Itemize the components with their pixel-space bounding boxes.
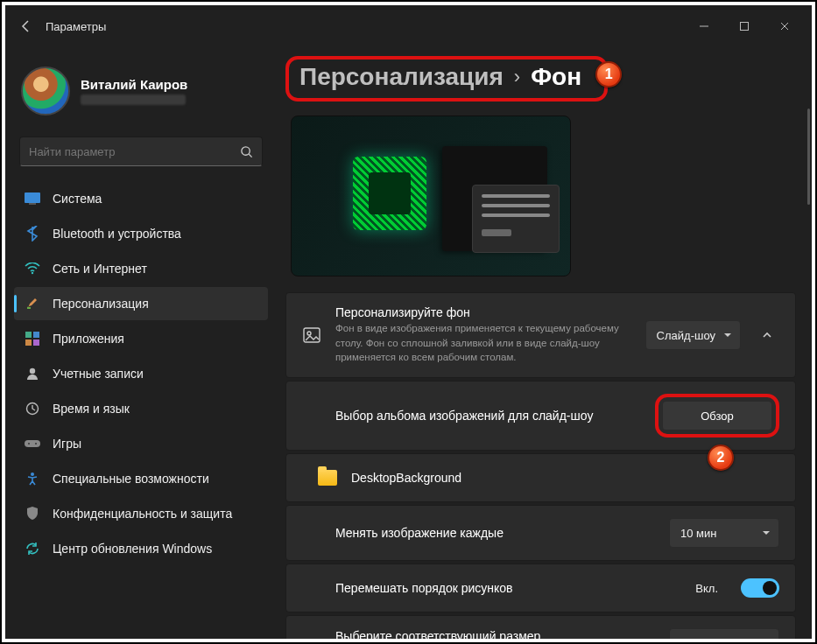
close-button[interactable] xyxy=(764,12,805,40)
expand-button[interactable] xyxy=(755,329,779,341)
minimize-button[interactable] xyxy=(684,12,724,40)
scrollbar[interactable] xyxy=(807,108,810,205)
back-button[interactable] xyxy=(12,12,40,40)
svg-rect-8 xyxy=(25,340,32,346)
chevron-right-icon: › xyxy=(514,66,520,88)
nav-label: Приложения xyxy=(53,332,124,346)
folder-name: DesktopBackground xyxy=(351,471,779,485)
fit-select[interactable]: Заполнение xyxy=(669,628,779,639)
search-field[interactable] xyxy=(29,145,240,158)
nav-privacy[interactable]: Конфиденциальность и защита xyxy=(14,497,268,530)
row-interval: Менять изображение каждые 10 мин xyxy=(285,505,796,561)
brush-icon xyxy=(25,296,40,312)
picture-icon xyxy=(302,327,321,343)
update-icon xyxy=(25,541,40,556)
accessibility-icon xyxy=(25,471,40,486)
nav-bluetooth[interactable]: Bluetooth и устройства xyxy=(14,217,268,250)
interval-select[interactable]: 10 мин xyxy=(669,518,779,548)
svg-rect-0 xyxy=(741,23,749,31)
svg-rect-7 xyxy=(33,332,39,338)
person-icon xyxy=(25,366,40,382)
bluetooth-icon xyxy=(25,226,40,242)
system-icon xyxy=(25,191,40,206)
nav-apps[interactable]: Приложения xyxy=(14,322,268,355)
nav-label: Игры xyxy=(53,437,81,451)
row-title: Выбор альбома изображений для слайд-шоу xyxy=(335,409,641,423)
background-type-select[interactable]: Слайд-шоу xyxy=(645,320,741,350)
svg-point-1 xyxy=(242,146,250,154)
nav-label: Персонализация xyxy=(53,297,149,311)
svg-rect-12 xyxy=(25,440,40,447)
nav-label: Время и язык xyxy=(53,402,130,416)
row-title: Персонализируйте фон xyxy=(335,305,631,319)
nav-update[interactable]: Центр обновления Windows xyxy=(14,532,268,565)
svg-point-17 xyxy=(307,332,311,335)
apps-icon xyxy=(25,331,40,346)
nav-network[interactable]: Сеть и Интернет xyxy=(14,252,268,285)
nav-label: Bluetooth и устройства xyxy=(53,227,181,241)
search-input[interactable] xyxy=(19,136,263,166)
svg-point-13 xyxy=(28,443,30,444)
maximize-button[interactable] xyxy=(724,12,764,40)
row-personalize-background: Персонализируйте фон Фон в виде изображе… xyxy=(285,292,796,378)
row-fit: Выберите соответствующий размер изображе… xyxy=(285,615,796,639)
annotation-badge-1: 1 xyxy=(595,61,622,88)
wifi-icon xyxy=(25,261,40,276)
svg-point-14 xyxy=(35,443,37,444)
svg-rect-3 xyxy=(29,203,36,205)
toggle-state-label: Вкл. xyxy=(695,582,718,595)
shield-icon xyxy=(25,506,40,522)
row-title: Менять изображение каждые xyxy=(335,526,655,540)
nav-label: Система xyxy=(53,192,102,206)
nav-accounts[interactable]: Учетные записи xyxy=(14,357,268,390)
row-title: Выберите соответствующий размер изображе… xyxy=(335,629,616,639)
folder-icon xyxy=(318,470,337,486)
row-choose-album: Выбор альбома изображений для слайд-шоу … xyxy=(285,381,796,451)
nav-label: Специальные возможности xyxy=(53,472,209,486)
annotation-badge-2: 2 xyxy=(708,444,734,471)
svg-rect-5 xyxy=(27,307,31,309)
clock-icon xyxy=(25,401,40,416)
row-desc: Фон в виде изображения применяется к тек… xyxy=(335,321,631,365)
nav-system[interactable]: Система xyxy=(14,182,268,215)
breadcrumb-current: Фон xyxy=(531,63,581,91)
shuffle-toggle[interactable] xyxy=(741,578,779,598)
avatar xyxy=(21,66,70,116)
search-icon xyxy=(240,145,253,158)
gamepad-icon xyxy=(25,436,40,452)
nav-accessibility[interactable]: Специальные возможности xyxy=(14,462,268,495)
svg-point-4 xyxy=(32,272,33,274)
svg-rect-9 xyxy=(33,340,39,346)
browse-button[interactable]: Обзор xyxy=(662,401,772,430)
user-email-blurred xyxy=(81,94,186,105)
nav-personalization[interactable]: Персонализация xyxy=(14,287,268,320)
nav-label: Учетные записи xyxy=(53,367,144,381)
svg-rect-6 xyxy=(25,332,32,338)
svg-point-15 xyxy=(31,472,34,476)
row-shuffle: Перемешать порядок рисунков Вкл. xyxy=(285,564,796,612)
row-title: Перемешать порядок рисунков xyxy=(335,581,681,595)
breadcrumb-parent[interactable]: Персонализация xyxy=(299,63,504,91)
nav-label: Конфиденциальность и защита xyxy=(53,507,232,521)
background-preview xyxy=(291,116,571,276)
svg-point-10 xyxy=(30,368,35,374)
nav-label: Сеть и Интернет xyxy=(53,262,147,276)
user-profile[interactable]: Виталий Каиров xyxy=(14,58,268,131)
user-name: Виталий Каиров xyxy=(81,77,187,92)
breadcrumb: Персонализация › Фон xyxy=(285,56,608,102)
nav-time[interactable]: Время и язык xyxy=(14,392,268,425)
svg-rect-2 xyxy=(25,192,40,203)
nav-label: Центр обновления Windows xyxy=(53,542,212,556)
nav-gaming[interactable]: Игры xyxy=(14,427,268,460)
window-title: Параметры xyxy=(46,20,106,33)
